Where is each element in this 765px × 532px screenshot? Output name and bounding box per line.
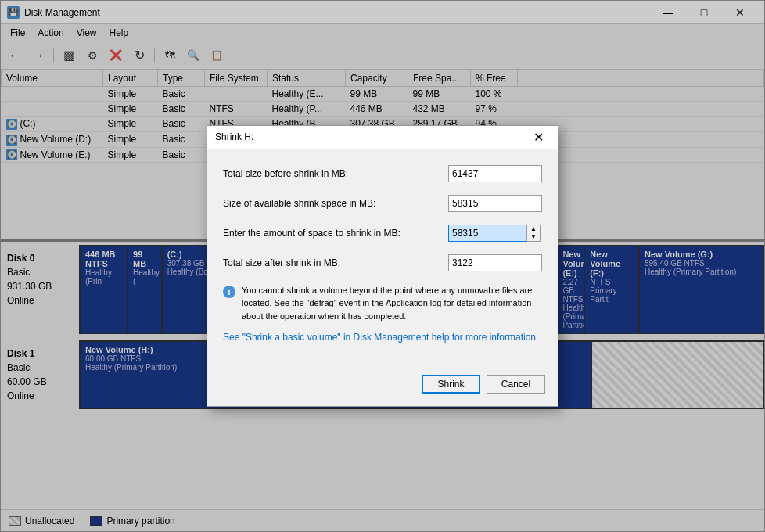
spin-up-button[interactable]: ▲ bbox=[527, 225, 540, 233]
shrink-button[interactable]: Shrink bbox=[422, 375, 480, 394]
modal-footer: Shrink Cancel bbox=[207, 368, 558, 406]
field-available-space: Size of available shrink space in MB: bbox=[223, 195, 542, 212]
value-available-space bbox=[448, 195, 542, 212]
field-total-before: Total size before shrink in MB: bbox=[223, 165, 542, 182]
label-total-after: Total size after shrink in MB: bbox=[223, 257, 448, 268]
spin-buttons: ▲ ▼ bbox=[526, 225, 541, 242]
label-total-before: Total size before shrink in MB: bbox=[223, 168, 448, 179]
field-total-after: Total size after shrink in MB: bbox=[223, 254, 542, 271]
modal-title-bar: Shrink H: ✕ bbox=[207, 126, 558, 149]
main-window: 💾 Disk Management — □ ✕ File Action View… bbox=[0, 0, 765, 532]
value-total-before bbox=[448, 165, 542, 182]
shrink-amount-wrapper: ▲ ▼ bbox=[448, 225, 542, 242]
label-shrink-amount: Enter the amount of space to shrink in M… bbox=[223, 228, 448, 239]
label-available-space: Size of available shrink space in MB: bbox=[223, 198, 448, 209]
spin-down-button[interactable]: ▼ bbox=[527, 233, 540, 241]
shrink-amount-input[interactable] bbox=[448, 225, 526, 242]
modal-close-button[interactable]: ✕ bbox=[526, 126, 550, 148]
field-shrink-amount: Enter the amount of space to shrink in M… bbox=[223, 225, 542, 242]
info-text: You cannot shrink a volume beyond the po… bbox=[242, 284, 542, 323]
modal-overlay: Shrink H: ✕ Total size before shrink in … bbox=[0, 0, 765, 532]
help-link[interactable]: See "Shrink a basic volume" in Disk Mana… bbox=[223, 332, 542, 343]
value-total-after bbox=[448, 254, 542, 271]
modal-body: Total size before shrink in MB: Size of … bbox=[207, 149, 558, 368]
info-icon: i bbox=[223, 286, 235, 298]
cancel-button[interactable]: Cancel bbox=[487, 375, 545, 394]
modal-title: Shrink H: bbox=[215, 131, 526, 142]
info-box: i You cannot shrink a volume beyond the … bbox=[223, 284, 542, 323]
shrink-dialog: Shrink H: ✕ Total size before shrink in … bbox=[207, 125, 558, 408]
